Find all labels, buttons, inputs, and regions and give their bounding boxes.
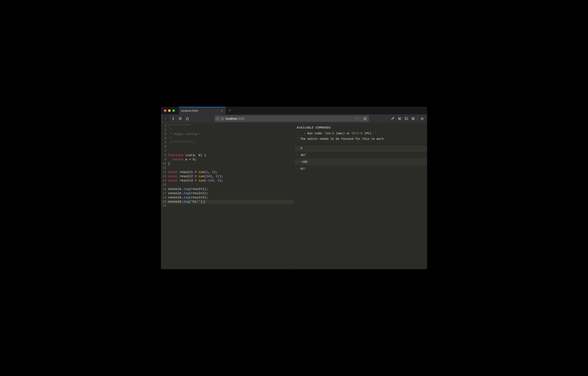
browser-window: localhost:3000/ × + localhost:3000 · — [161, 107, 427, 269]
line-number: 18 — [161, 196, 168, 200]
line-number: 9 — [161, 157, 168, 162]
code-line[interactable]: 18console.log(result3); — [161, 196, 294, 200]
code-content: return a + b; — [168, 157, 197, 162]
line-number: 4 — [161, 136, 168, 141]
code-line[interactable]: 1/*********** — [161, 124, 294, 128]
code-content: function sum(a, b) { — [168, 153, 206, 157]
line-number: 2 — [161, 128, 168, 132]
chevron-right-icon: > — [297, 161, 298, 164]
console-value: -105 — [300, 160, 307, 164]
svg-point-1 — [222, 118, 223, 118]
line-number: 7 — [161, 149, 168, 153]
code-line[interactable]: 3 * Happy coding!! — [161, 132, 294, 136]
svg-rect-2 — [222, 118, 222, 120]
close-window-button[interactable] — [164, 109, 167, 112]
code-line[interactable]: 7 — [161, 149, 294, 153]
forward-button[interactable] — [170, 115, 176, 122]
code-line[interactable]: 5 /***********/ — [161, 141, 294, 145]
divider — [418, 115, 418, 120]
code-content: * — [168, 136, 172, 141]
back-button[interactable] — [163, 115, 169, 122]
library-icon — [398, 117, 401, 120]
line-number: 15 — [161, 183, 168, 187]
code-content: console.log(result1); — [168, 187, 208, 191]
toolbar-right — [390, 115, 425, 122]
home-button[interactable] — [184, 115, 190, 122]
code-line[interactable]: 6 — [161, 145, 294, 149]
code-line[interactable]: 9 return a + b; — [161, 157, 294, 162]
code-line[interactable]: 12const result1 = sum(1, 2); — [161, 170, 294, 175]
menu-button[interactable] — [419, 115, 425, 122]
devtools-button[interactable] — [390, 115, 396, 122]
hamburger-icon — [420, 117, 424, 120]
code-content: console.log('Hi!'); — [168, 200, 205, 204]
sidebar-button[interactable] — [403, 115, 410, 122]
url-text: localhost:3000 — [226, 117, 245, 120]
tab-title: localhost:3000/ — [181, 109, 220, 112]
line-number: 6 — [161, 145, 168, 149]
line-number: 13 — [161, 175, 168, 179]
page-actions-button[interactable]: ··· — [354, 117, 361, 120]
arrow-right-icon — [171, 117, 175, 120]
code-line[interactable]: 19console.log('Hi!'); — [161, 200, 294, 204]
code-line[interactable]: 17console.log(result2); — [161, 191, 294, 196]
maximize-window-button[interactable] — [172, 109, 175, 112]
info-icon — [221, 117, 224, 120]
account-button[interactable] — [410, 115, 416, 122]
line-number: 10 — [161, 162, 168, 166]
code-line[interactable]: 11 — [161, 166, 294, 170]
bookmark-button[interactable] — [362, 117, 368, 121]
arrow-left-icon — [164, 117, 168, 120]
tab-bar: localhost:3000/ × + — [161, 107, 427, 114]
chevron-right-icon: > — [297, 167, 298, 170]
line-number: 3 — [161, 132, 168, 136]
code-line[interactable]: 15 — [161, 183, 294, 187]
reload-button[interactable] — [177, 115, 183, 122]
account-icon — [411, 117, 415, 120]
console-row: >3 — [294, 145, 427, 152]
library-button[interactable] — [396, 115, 403, 122]
browser-tab[interactable]: localhost:3000/ × — [179, 107, 226, 114]
code-content: const result2 = sum(345, 22); — [168, 175, 223, 179]
cursor — [204, 200, 205, 203]
console-output: >3>367>-105>Hi! — [294, 145, 427, 172]
code-line[interactable]: 4 * — [161, 136, 294, 141]
help-note: * The editor needs to be focused for thi… — [297, 136, 425, 142]
line-number: 11 — [161, 166, 168, 170]
svg-rect-3 — [405, 118, 408, 120]
shield-icon — [216, 117, 219, 120]
new-tab-button[interactable]: + — [227, 108, 233, 114]
help-panel: AVAILABLE COMMANDS – Run code: Cmd-S (ma… — [294, 123, 427, 145]
close-tab-button[interactable]: × — [220, 109, 223, 112]
code-line[interactable]: 14const result3 = sum(-110, 5); — [161, 179, 294, 183]
svg-point-6 — [413, 118, 414, 119]
code-line[interactable]: 10} — [161, 162, 294, 166]
line-number: 1 — [161, 124, 168, 128]
minimize-window-button[interactable] — [168, 109, 171, 112]
console-value: 3 — [300, 147, 302, 150]
code-editor[interactable]: 1/***********2 *3 * Happy coding!!4 *5 /… — [161, 123, 294, 269]
help-title: AVAILABLE COMMANDS — [297, 125, 425, 131]
console-row: >-105 — [294, 159, 427, 165]
code-content: const result3 = sum(-110, 5); — [168, 179, 223, 183]
line-number: 12 — [161, 170, 168, 175]
chevron-right-icon: > — [297, 147, 298, 150]
sidebar-icon — [405, 117, 408, 120]
line-number: 14 — [161, 179, 168, 183]
code-line[interactable]: 16console.log(result1); — [161, 187, 294, 191]
code-content: /*********** — [168, 124, 191, 128]
code-line[interactable]: 8function sum(a, b) { — [161, 153, 294, 157]
url-bar[interactable]: localhost:3000 ··· — [215, 115, 369, 122]
line-number: 5 — [161, 141, 168, 145]
code-content: console.log(result3); — [168, 196, 208, 200]
code-content: const result1 = sum(1, 2); — [168, 170, 218, 175]
kbd-mac: Cmd-S — [325, 132, 334, 135]
kbd-pc: Ctrl-S — [352, 132, 362, 135]
code-line[interactable]: 20 — [161, 204, 294, 208]
code-content: * — [168, 128, 172, 132]
line-number: 20 — [161, 204, 168, 208]
wrench-icon — [391, 117, 395, 120]
code-content: console.log(result2); — [168, 191, 208, 196]
code-line[interactable]: 13const result2 = sum(345, 22); — [161, 175, 294, 179]
code-line[interactable]: 2 * — [161, 128, 294, 132]
